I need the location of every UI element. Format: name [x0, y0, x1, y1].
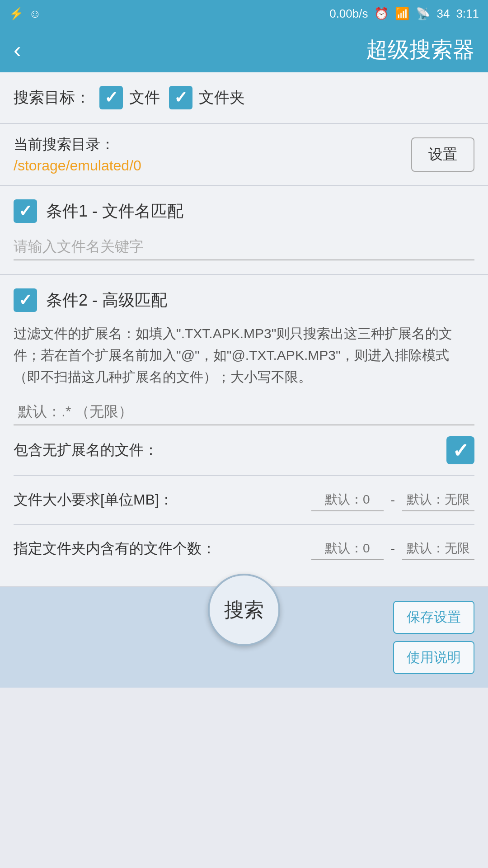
file-checkmark: ✓	[104, 88, 118, 107]
signal-icon: 📡	[416, 7, 430, 21]
notification-icon: ☺	[29, 7, 41, 21]
condition1-checkmark: ✓	[19, 202, 32, 221]
alarm-icon: ⏰	[374, 7, 389, 21]
main-content: 搜索目标： ✓ 文件 ✓ 文件夹 当前搜索目录： /storage/emulat…	[0, 72, 488, 587]
file-size-min-input[interactable]	[311, 489, 384, 511]
search-target-label: 搜索目标：	[14, 87, 90, 108]
back-button[interactable]: ‹	[14, 37, 21, 63]
file-size-max-input[interactable]	[402, 489, 474, 511]
file-size-inputs: -	[311, 489, 474, 511]
file-checkbox-item[interactable]: ✓ 文件	[99, 86, 160, 109]
usb-icon: ⚡	[9, 7, 23, 21]
file-size-row: 文件大小要求[单位MB]： -	[14, 476, 474, 525]
file-checkbox[interactable]: ✓	[99, 86, 123, 109]
folder-checkbox[interactable]: ✓	[169, 86, 192, 109]
file-count-min-input[interactable]	[311, 538, 384, 560]
condition1-section: ✓ 条件1 - 文件名匹配	[0, 186, 488, 275]
battery-level: 34	[436, 7, 450, 21]
file-size-label: 文件大小要求[单位MB]：	[14, 490, 311, 510]
file-size-separator: -	[391, 493, 395, 507]
set-dir-button[interactable]: 设置	[411, 137, 474, 172]
file-count-label: 指定文件夹内含有的文件个数：	[14, 539, 311, 559]
filename-keyword-input[interactable]	[14, 234, 474, 260]
condition2-description: 过滤文件的扩展名：如填入".TXT.APK.MP3"则只搜索出这三种扩展名的文件…	[14, 323, 474, 388]
page-title: 超级搜索器	[30, 35, 474, 64]
search-button[interactable]: 搜索	[208, 574, 280, 646]
file-count-max-input[interactable]	[402, 538, 474, 560]
network-speed: 0.00b/s	[329, 7, 368, 21]
no-extension-checkmark: ✓	[452, 439, 469, 462]
condition1-checkbox[interactable]: ✓	[14, 199, 37, 223]
search-dir-section: 当前搜索目录： /storage/emulated/0 设置	[0, 124, 488, 186]
bottom-bar: 搜索 保存设置 使用说明	[0, 587, 488, 688]
condition2-checkmark: ✓	[19, 291, 32, 310]
file-count-row: 指定文件夹内含有的文件个数： -	[14, 525, 474, 573]
no-extension-label: 包含无扩展名的文件：	[14, 440, 158, 460]
condition1-title: 条件1 - 文件名匹配	[46, 200, 183, 222]
dir-label: 当前搜索目录：	[14, 135, 411, 155]
file-label: 文件	[129, 87, 160, 108]
folder-checkbox-item[interactable]: ✓ 文件夹	[169, 86, 245, 109]
extension-input-wrapper	[14, 399, 474, 425]
no-extension-row: 包含无扩展名的文件： ✓	[14, 425, 474, 476]
condition2-checkbox[interactable]: ✓	[14, 288, 37, 312]
extension-input[interactable]	[14, 399, 474, 425]
header: ‹ 超级搜索器	[0, 27, 488, 72]
file-count-separator: -	[391, 542, 395, 556]
file-count-inputs: -	[311, 538, 474, 560]
condition2-section: ✓ 条件2 - 高级匹配 过滤文件的扩展名：如填入".TXT.APK.MP3"则…	[0, 275, 488, 587]
search-target-section: 搜索目标： ✓ 文件 ✓ 文件夹	[0, 72, 488, 124]
status-left: ⚡ ☺	[9, 7, 41, 21]
no-extension-checkbox[interactable]: ✓	[446, 436, 474, 464]
condition2-header: ✓ 条件2 - 高级匹配	[14, 288, 474, 312]
help-button[interactable]: 使用说明	[393, 641, 474, 674]
status-right: 0.00b/s ⏰ 📶 📡 34 3:11	[329, 7, 479, 21]
search-target-row: 搜索目标： ✓ 文件 ✓ 文件夹	[14, 86, 474, 109]
dir-path: /storage/emulated/0	[14, 157, 411, 174]
status-bar: ⚡ ☺ 0.00b/s ⏰ 📶 📡 34 3:11	[0, 0, 488, 27]
time-display: 3:11	[456, 7, 479, 21]
folder-label: 文件夹	[199, 87, 245, 108]
condition1-header: ✓ 条件1 - 文件名匹配	[14, 199, 474, 223]
save-settings-button[interactable]: 保存设置	[393, 601, 474, 634]
search-button-label: 搜索	[224, 597, 264, 623]
bottom-right-buttons: 保存设置 使用说明	[393, 601, 474, 674]
folder-checkmark: ✓	[174, 88, 188, 107]
condition2-title: 条件2 - 高级匹配	[46, 289, 167, 311]
dir-left: 当前搜索目录： /storage/emulated/0	[14, 135, 411, 174]
wifi-icon: 📶	[395, 7, 409, 21]
